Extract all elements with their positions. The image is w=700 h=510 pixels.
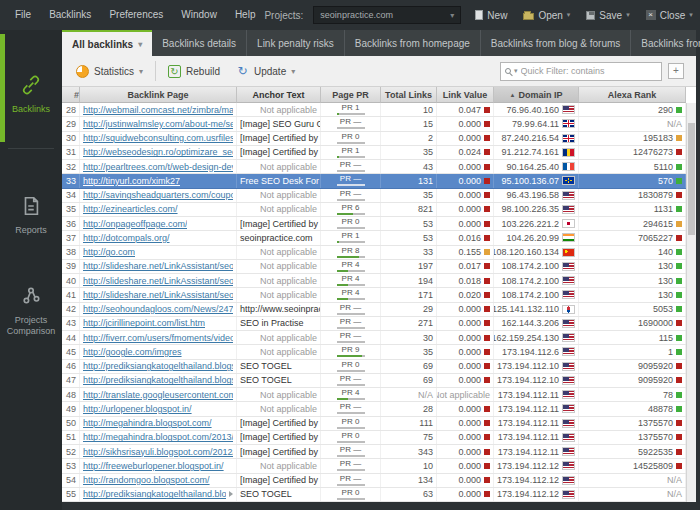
backlink-url[interactable]: http://webmail.comcast.net/zimbra/mail <box>83 105 233 115</box>
link-value-cell: 0.017 <box>437 260 494 273</box>
statistics-button[interactable]: Statistics ▾ <box>68 56 151 86</box>
backlink-url[interactable]: http://jcirillinepoint.com/list.htm <box>83 318 205 328</box>
backlink-url[interactable]: http://onpageoffpage.com/ <box>83 219 187 229</box>
backlink-url[interactable]: http://justinwalmsley.com/about-me/seo-g… <box>83 119 233 129</box>
column-header-page-pr[interactable]: Page PR <box>321 87 381 103</box>
backlink-page-cell: http://dotcompals.org/ <box>80 231 237 244</box>
table-row[interactable]: 45http://google.com/imgresNot applicable… <box>62 345 696 359</box>
backlink-url[interactable]: http://go.com <box>83 247 135 257</box>
table-row[interactable]: 33http://tinyurl.com/ximk27Free SEO Desk… <box>62 174 696 188</box>
table-row[interactable]: 49http://urlopener.blogspot.in/Not appli… <box>62 402 696 416</box>
backlink-url[interactable]: http://sikhsrisayuli.blogspot.com/2012/0… <box>83 447 233 457</box>
update-button[interactable]: ↻ Update ▾ <box>228 56 303 86</box>
table-row[interactable]: 43http://jcirillinepoint.com/list.htmSEO… <box>62 317 696 331</box>
backlink-url[interactable]: http://squidwebconsulting.com.usrfiles.c… <box>83 133 233 143</box>
sidebar-item-reports[interactable]: Reports <box>0 167 62 263</box>
table-row[interactable]: 53http://freeweburlopener.blogspot.in/No… <box>62 459 696 473</box>
table-row[interactable]: 28http://webmail.comcast.net/zimbra/mail… <box>62 103 696 117</box>
table-row[interactable]: 34http://savingsheadquarters.com/coupon/… <box>62 189 696 203</box>
sidebar-item-projects-comparison[interactable]: Projects Comparison <box>0 263 62 359</box>
backlink-url[interactable]: http://randomgoo.blogspot.com/ <box>83 475 210 485</box>
table-row[interactable]: 29http://justinwalmsley.com/about-me/seo… <box>62 117 696 131</box>
row-number: 39 <box>62 260 80 273</box>
anchor-text-cell: Not applicable <box>237 246 321 259</box>
table-row[interactable]: 52http://sikhsrisayuli.blogspot.com/2012… <box>62 445 696 459</box>
backlink-url[interactable]: http://urlopener.blogspot.in/ <box>83 404 192 414</box>
save-button[interactable]: Save▾ <box>582 10 633 21</box>
advanced-filter-button[interactable]: + <box>668 63 684 79</box>
table-row[interactable]: 36http://onpageoffpage.com/[Image] Certi… <box>62 217 696 231</box>
table-row[interactable]: 39http://slideshare.net/LinkAssistant/se… <box>62 260 696 274</box>
tab-backlinks-from-homepage[interactable]: Backlinks from homepage <box>345 30 481 56</box>
project-select[interactable]: seoinpractice.com ▾ <box>313 6 461 24</box>
column-header-anchor-text[interactable]: Anchor Text <box>237 87 321 103</box>
table-row[interactable]: 41http://slideshare.net/LinkAssistant/se… <box>62 288 696 302</box>
table-row[interactable]: 55http://prediksiangkatogelthailand.blog… <box>62 488 696 502</box>
column-header--[interactable]: # <box>62 87 80 103</box>
column-header-domain-ip[interactable]: ▲Domain IP <box>494 87 579 103</box>
backlink-url[interactable]: http://tinyurl.com/ximk27 <box>83 176 180 186</box>
backlink-url[interactable]: http://seohoundagloos.com/News/24712243 <box>83 304 233 314</box>
table-row[interactable]: 46http://prediksiangkatogelthailand.blog… <box>62 360 696 374</box>
rebuild-button[interactable]: ↻ Rebuild <box>160 56 228 86</box>
table-row[interactable]: 47http://prediksiangkatogelthailand.blog… <box>62 374 696 388</box>
vertical-scrollbar[interactable] <box>686 103 696 502</box>
tab-backlinks-details[interactable]: Backlinks details <box>152 30 247 56</box>
tab-backlinks-from-blog-forums[interactable]: Backlinks from blog & forums <box>481 30 632 56</box>
backlink-url[interactable]: http://prediksiangkatogelthailand.blogsp… <box>83 361 233 371</box>
backlink-url[interactable]: http://dotcompals.org/ <box>83 233 170 243</box>
table-row[interactable]: 42http://seohoundagloos.com/News/2471224… <box>62 303 696 317</box>
backlink-url[interactable]: http://prediksiangkatogelthailand.blogsp… <box>83 489 226 499</box>
backlink-url[interactable]: http://slideshare.net/LinkAssistant/seo-… <box>83 290 233 300</box>
table-row[interactable]: 32http://pearltrees.com/t/web-design-dev… <box>62 160 696 174</box>
backlink-url[interactable]: http://freeweburlopener.blogspot.in/ <box>83 461 224 471</box>
backlink-url[interactable]: http://megahindra.blogspot.com/ <box>83 418 212 428</box>
menu-item-backlinks[interactable]: Backlinks <box>40 0 100 30</box>
table-row[interactable]: 40http://slideshare.net/LinkAssistant/se… <box>62 274 696 288</box>
table-row[interactable]: 30http://squidwebconsulting.com.usrfiles… <box>62 132 696 146</box>
chevron-down-icon[interactable]: ▾ <box>514 67 518 75</box>
new-button[interactable]: New <box>471 10 511 21</box>
table-row[interactable]: 31http://webseodesign.ro/optimizare_seo.… <box>62 146 696 160</box>
menu-item-help[interactable]: Help <box>226 0 265 30</box>
table-row[interactable]: 44http://fiverr.com/users/fmoments/video… <box>62 331 696 345</box>
total-links-cell: 194 <box>381 274 437 287</box>
backlink-url[interactable]: http://ezinearticles.com/ <box>83 204 178 214</box>
sidebar-item-backlinks[interactable]: Backlinks <box>0 46 62 142</box>
backlink-url[interactable]: http://fiverr.com/users/fmoments/video/o… <box>83 333 233 343</box>
menu-item-preferences[interactable]: Preferences <box>100 0 172 30</box>
tab-all-backlinks[interactable]: All backlinks▾ <box>62 30 152 56</box>
country-flag-icon-gb <box>562 134 575 143</box>
scrollbar-thumb[interactable] <box>688 123 695 235</box>
menu-item-file[interactable]: File <box>6 0 40 30</box>
quick-filter-input[interactable] <box>521 66 657 76</box>
backlink-url[interactable]: http://slideshare.net/LinkAssistant/seo-… <box>83 276 233 286</box>
backlink-url[interactable]: http://google.com/imgres <box>83 347 182 357</box>
backlink-url[interactable]: http://webseodesign.ro/optimizare_seo.ht… <box>83 147 233 157</box>
table-row[interactable]: 37http://dotcompals.org/seoinpractice.co… <box>62 231 696 245</box>
backlink-url[interactable]: http://translate.googleusercontent.com/t… <box>83 390 233 400</box>
table-row[interactable]: 48http://translate.googleusercontent.com… <box>62 388 696 402</box>
column-header-total-links[interactable]: Total Links <box>381 87 437 103</box>
backlink-url[interactable]: http://pearltrees.com/t/web-design-devel… <box>83 162 233 172</box>
link-value-status-icon <box>484 449 490 455</box>
backlink-url[interactable]: http://savingsheadquarters.com/coupon/Li… <box>83 190 233 200</box>
table-row[interactable]: 38http://go.comNot applicablePR 8330.155… <box>62 246 696 260</box>
close-button[interactable]: ×Close▾ <box>642 10 697 21</box>
open-button[interactable]: Open▾ <box>519 10 574 21</box>
backlink-url[interactable]: http://megahindra.blogspot.com/2013/02/c… <box>83 432 233 442</box>
tab-backlinks-from-link-directories[interactable]: Backlinks from link directories <box>631 30 700 56</box>
alexa-rank-cell: 195183 <box>579 132 686 145</box>
backlink-page-cell: http://tinyurl.com/ximk27 <box>80 174 237 187</box>
table-row[interactable]: 54http://randomgoo.blogspot.com/[Image] … <box>62 474 696 488</box>
backlink-url[interactable]: http://prediksiangkatogelthailand.blogsp… <box>83 375 233 385</box>
column-header-link-value[interactable]: Link Value <box>437 87 494 103</box>
column-header-alexa-rank[interactable]: Alexa Rank <box>579 87 686 103</box>
backlink-url[interactable]: http://slideshare.net/LinkAssistant/seo-… <box>83 261 233 271</box>
menu-item-window[interactable]: Window <box>172 0 226 30</box>
column-header-backlink-page[interactable]: Backlink Page <box>80 87 237 103</box>
tab-link-penalty-risks[interactable]: Link penalty risks <box>247 30 345 56</box>
table-row[interactable]: 51http://megahindra.blogspot.com/2013/02… <box>62 431 696 445</box>
table-row[interactable]: 35http://ezinearticles.com/Not applicabl… <box>62 203 696 217</box>
table-row[interactable]: 50http://megahindra.blogspot.com/[Image]… <box>62 417 696 431</box>
